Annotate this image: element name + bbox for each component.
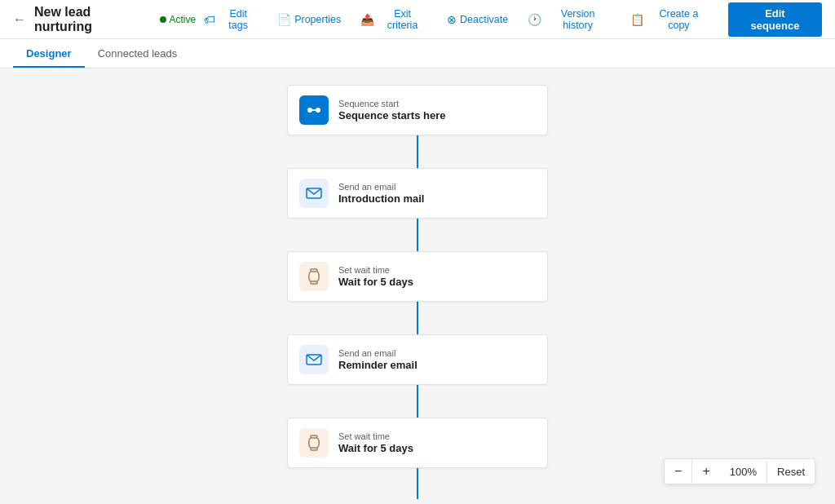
wait-1-content: Set wait time Wait for 5 days — [338, 265, 413, 288]
create-copy-btn[interactable]: 📋 Create a copy — [622, 4, 718, 35]
email-icon-box-1 — [299, 179, 329, 208]
node-wrapper-1: Send an email Introduction mail — [287, 168, 548, 251]
node-wrapper-4: Set wait time Wait for 5 days — [287, 418, 548, 499]
header: ← New lead nurturing Active 🏷 Edit tags … — [0, 0, 835, 39]
svg-rect-7 — [311, 435, 317, 438]
start-node-content: Sequence start Sequence starts here — [338, 99, 446, 122]
start-icon — [306, 102, 322, 118]
email-icon-2 — [306, 354, 322, 365]
connector-2 — [417, 302, 418, 334]
start-node-name: Sequence starts here — [338, 109, 446, 122]
page-title: New lead nurturing — [34, 5, 152, 34]
wait-1-type: Set wait time — [338, 265, 413, 275]
reminder-email-content: Send an email Reminder email — [338, 348, 418, 371]
zoom-in-button[interactable]: + — [692, 459, 719, 484]
wait-2-name: Wait for 5 days — [338, 442, 413, 454]
connector-3 — [417, 385, 418, 418]
create-copy-icon: 📋 — [630, 13, 644, 26]
intro-mail-node[interactable]: Send an email Introduction mail — [287, 168, 548, 219]
tabs-bar: Designer Connected leads — [0, 39, 835, 69]
wait-node-1[interactable]: Set wait time Wait for 5 days — [287, 251, 548, 302]
back-button[interactable]: ← — [13, 12, 26, 27]
edit-tags-btn[interactable]: 🏷 Edit tags — [196, 4, 266, 35]
reminder-email-type: Send an email — [338, 348, 418, 358]
tags-icon: 🏷 — [204, 13, 215, 26]
zoom-level-display: 100% — [720, 461, 767, 483]
intro-mail-name: Introduction mail — [338, 192, 424, 205]
edit-sequence-button[interactable]: Edit sequence — [728, 2, 822, 37]
wait-2-type: Set wait time — [338, 431, 413, 441]
sequence-canvas: Sequence start Sequence starts here Send… — [0, 69, 835, 499]
zoom-reset-button[interactable]: Reset — [767, 461, 815, 483]
svg-rect-4 — [311, 269, 317, 272]
deactivate-btn[interactable]: ⊗ Deactivate — [439, 9, 516, 30]
svg-rect-8 — [311, 448, 317, 450]
wait-1-name: Wait for 5 days — [338, 276, 413, 288]
zoom-out-button[interactable]: − — [665, 459, 692, 484]
wait-icon-1 — [306, 268, 322, 285]
wait-2-content: Set wait time Wait for 5 days — [338, 431, 413, 454]
properties-icon: 📄 — [277, 13, 291, 26]
intro-mail-type: Send an email — [338, 182, 424, 192]
intro-mail-content: Send an email Introduction mail — [338, 182, 424, 205]
header-actions: 🏷 Edit tags 📄 Properties 📤 Exit criteria… — [196, 2, 822, 37]
tab-designer[interactable]: Designer — [13, 39, 85, 68]
sequence-start-node[interactable]: Sequence start Sequence starts here — [287, 85, 548, 135]
email-icon-box-2 — [299, 345, 329, 374]
status-badge: Active — [160, 14, 197, 25]
connector-0 — [417, 135, 418, 168]
reminder-email-name: Reminder email — [338, 359, 418, 371]
start-icon-box — [299, 95, 329, 125]
properties-btn[interactable]: 📄 Properties — [269, 9, 349, 30]
node-wrapper-0: Sequence start Sequence starts here — [287, 85, 548, 168]
reminder-email-node[interactable]: Send an email Reminder email — [287, 334, 548, 385]
exit-criteria-icon: 📤 — [360, 13, 374, 26]
status-dot — [160, 16, 166, 23]
tab-connected-leads[interactable]: Connected leads — [85, 39, 191, 68]
header-left: ← New lead nurturing Active — [13, 5, 196, 34]
wait-icon-2 — [306, 435, 322, 451]
svg-rect-5 — [311, 281, 317, 284]
exit-criteria-btn[interactable]: 📤 Exit criteria — [352, 4, 435, 35]
connector-1 — [417, 219, 418, 251]
deactivate-icon: ⊗ — [447, 13, 457, 26]
version-history-btn[interactable]: 🕐 Version history — [519, 4, 619, 35]
zoom-controls: − + 100% Reset — [664, 458, 815, 484]
version-history-icon: 🕐 — [528, 13, 541, 26]
status-label: Active — [170, 14, 197, 25]
email-icon-1 — [306, 188, 322, 199]
start-node-type: Sequence start — [338, 99, 446, 108]
wait-node-2[interactable]: Set wait time Wait for 5 days — [287, 418, 548, 468]
node-wrapper-3: Send an email Reminder email — [287, 334, 548, 418]
node-wrapper-2: Set wait time Wait for 5 days — [287, 251, 548, 334]
wait-icon-box-2 — [299, 428, 329, 458]
connector-4 — [417, 468, 418, 499]
wait-icon-box-1 — [299, 262, 329, 291]
